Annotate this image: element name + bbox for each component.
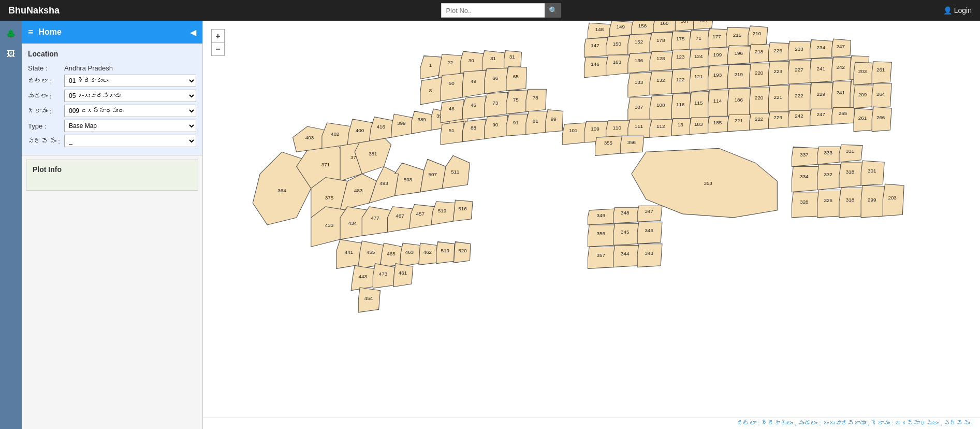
map-area[interactable]: + − .plot { fill: #f5deb3; stroke: #555;… [203,21,980,429]
svg-text:136: 136 [635,58,643,63]
svg-text:220: 220 [755,95,764,101]
zoom-controls: + − [211,29,225,56]
svg-text:454: 454 [364,295,373,301]
svg-text:128: 128 [656,55,665,61]
svg-text:229: 229 [817,91,826,97]
district-select[interactable]: 01 శ్రీకాకులం [64,75,196,87]
mandal-select[interactable]: 05 గంగువారిసిగాడాం [64,90,196,102]
svg-text:152: 152 [635,39,643,45]
search-button[interactable]: 🔍 [545,3,561,18]
svg-text:13: 13 [678,122,683,127]
svg-text:88: 88 [471,125,476,131]
svg-text:247: 247 [837,44,845,49]
login-button[interactable]: 👤 Login [943,6,972,15]
login-label: Login [954,6,972,15]
sidebar-header: ≡ Home ◀ [22,21,202,44]
zoom-out-button[interactable]: − [211,42,225,56]
svg-text:242: 242 [795,113,803,119]
svg-text:66: 66 [492,75,498,81]
svg-text:220: 220 [755,70,764,76]
svg-text:353: 353 [704,180,712,186]
svg-marker-88 [485,68,508,93]
svg-text:261: 261 [858,115,867,121]
svg-text:507: 507 [429,171,437,177]
svg-text:168: 168 [699,21,708,23]
svg-text:109: 109 [591,126,599,132]
svg-text:101: 101 [569,127,577,133]
map-svg[interactable]: .plot { fill: #f5deb3; stroke: #555; str… [203,21,980,429]
svg-text:234: 234 [817,45,826,50]
mandal-label: మండలం : [28,92,64,100]
svg-text:332: 332 [824,171,832,177]
svg-marker-84 [441,73,464,101]
svg-marker-248 [595,136,622,155]
svg-text:503: 503 [404,177,413,182]
svg-text:30: 30 [469,58,474,63]
svg-text:402: 402 [331,131,339,137]
svg-marker-100 [526,89,546,112]
survey-select[interactable]: _ [64,135,196,147]
sidebar-title: Home [39,27,190,37]
svg-text:193: 193 [713,72,722,78]
search-area: 🔍 [441,3,561,18]
svg-text:357: 357 [597,252,605,258]
navbar: BhuNaksha 🔍 👤 Login [0,0,980,21]
plot-search-input[interactable] [441,3,545,18]
svg-text:46: 46 [449,106,455,111]
zoom-in-button[interactable]: + [211,29,225,42]
svg-text:347: 347 [645,208,653,214]
hamburger-menu-icon[interactable]: ≡ [28,27,34,38]
svg-text:465: 465 [387,251,396,256]
survey-row: సర్వే నం : _ [28,135,196,147]
svg-text:441: 441 [345,249,353,255]
svg-text:78: 78 [533,95,538,101]
svg-text:255: 255 [839,110,847,116]
svg-text:493: 493 [379,180,388,186]
village-label: గ్రామం : [28,107,64,115]
svg-text:196: 196 [735,50,743,56]
svg-marker-104 [462,119,486,142]
svg-marker-24 [362,207,391,236]
svg-text:178: 178 [656,37,665,43]
svg-text:1: 1 [429,62,432,68]
svg-text:71: 71 [696,35,701,41]
svg-marker-218 [562,123,586,145]
svg-text:110: 110 [613,125,622,131]
type-select[interactable]: Base Map [64,120,196,132]
person-icon: 👤 [943,6,952,15]
village-select[interactable]: 009 జగన్నాధపురం [64,105,196,117]
svg-text:219: 219 [735,72,743,77]
svg-text:403: 403 [305,135,314,140]
svg-text:146: 146 [591,61,599,67]
svg-text:463: 463 [405,249,414,255]
mandal-row: మండలం : 05 గంగువారిసిగాడాం [28,90,196,102]
svg-text:114: 114 [713,98,722,104]
svg-text:149: 149 [617,24,625,30]
svg-text:337: 337 [800,152,808,158]
svg-text:229: 229 [774,115,783,120]
svg-text:343: 343 [645,250,653,256]
svg-text:356: 356 [627,139,636,145]
svg-text:242: 242 [837,64,845,70]
svg-text:443: 443 [358,274,367,279]
svg-marker-178 [708,66,728,90]
svg-text:241: 241 [817,66,825,72]
village-row: గ్రామం : 009 జగన్నాధపురం [28,105,196,117]
svg-text:186: 186 [735,97,743,103]
svg-text:8: 8 [429,88,432,93]
location-section: Location State : Andhra Pradesh జిల్లా :… [22,44,202,155]
svg-text:209: 209 [858,92,867,97]
svg-text:133: 133 [635,79,643,85]
collapse-sidebar-button[interactable]: ◀ [190,27,196,37]
svg-text:348: 348 [621,210,630,216]
svg-text:375: 375 [325,195,334,201]
svg-text:516: 516 [458,206,467,211]
svg-text:356: 356 [597,231,606,236]
svg-text:112: 112 [656,123,665,129]
image-icon-button[interactable]: 🖼 [3,46,19,62]
tree-icon-button[interactable]: 🌲 [3,25,19,41]
svg-text:473: 473 [379,271,388,277]
svg-text:108: 108 [656,102,665,108]
svg-text:148: 148 [595,26,604,32]
svg-text:364: 364 [277,188,286,193]
